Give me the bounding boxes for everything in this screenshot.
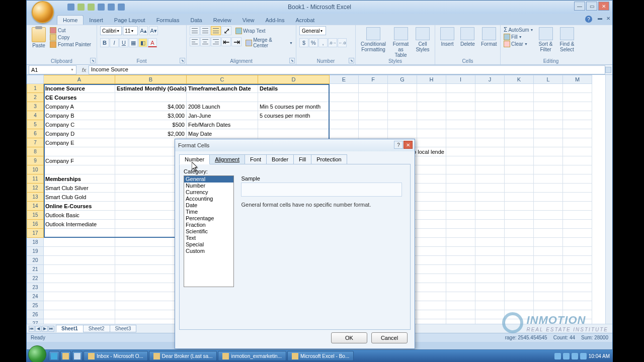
row-header[interactable]: 14 bbox=[27, 202, 44, 211]
cell[interactable] bbox=[258, 93, 330, 102]
ribbon-tab-page-layout[interactable]: Page Layout bbox=[109, 16, 151, 25]
cell[interactable] bbox=[446, 283, 475, 292]
cell[interactable]: Feb/March Dates bbox=[187, 120, 258, 129]
font-size-select[interactable]: 11▼ bbox=[123, 26, 138, 35]
cell[interactable] bbox=[563, 120, 592, 129]
cell[interactable] bbox=[505, 138, 534, 147]
find-select-button[interactable]: Find & Select bbox=[558, 26, 577, 53]
conditional-formatting-button[interactable]: Conditional Formatting bbox=[359, 26, 388, 53]
column-header[interactable]: D bbox=[258, 75, 330, 84]
cell[interactable] bbox=[534, 238, 563, 247]
cell[interactable] bbox=[505, 220, 534, 229]
cell[interactable]: Jan-June bbox=[187, 111, 258, 120]
cell[interactable] bbox=[44, 247, 115, 256]
cell[interactable]: Company F bbox=[44, 156, 115, 165]
cell[interactable] bbox=[417, 247, 446, 256]
cell[interactable] bbox=[44, 238, 115, 247]
cell[interactable] bbox=[446, 310, 475, 319]
cell[interactable] bbox=[388, 84, 417, 93]
cell[interactable]: Company D bbox=[44, 129, 115, 138]
ribbon-tab-view[interactable]: View bbox=[237, 16, 260, 25]
tray-icon[interactable] bbox=[580, 353, 587, 359]
row-header[interactable]: 4 bbox=[27, 111, 44, 120]
cell[interactable] bbox=[475, 111, 505, 120]
cell[interactable] bbox=[446, 220, 475, 229]
cell[interactable] bbox=[505, 174, 534, 184]
cell[interactable] bbox=[505, 238, 534, 247]
cell[interactable] bbox=[505, 283, 534, 292]
cell[interactable] bbox=[534, 274, 563, 283]
cell[interactable]: Outlook Intermediate bbox=[44, 220, 115, 229]
cell[interactable] bbox=[505, 301, 534, 310]
cell[interactable] bbox=[475, 211, 505, 220]
fill-button[interactable]: Fill ▼ bbox=[504, 34, 534, 40]
cell[interactable] bbox=[446, 147, 475, 156]
cell[interactable] bbox=[534, 156, 563, 165]
cell[interactable] bbox=[534, 84, 563, 93]
italic-button[interactable]: I bbox=[110, 38, 119, 47]
cell[interactable] bbox=[563, 129, 592, 138]
column-header[interactable]: A bbox=[44, 75, 115, 84]
cell[interactable]: CE Courses bbox=[44, 93, 115, 102]
cell[interactable] bbox=[534, 229, 563, 238]
row-header[interactable]: 24 bbox=[27, 292, 44, 301]
cell[interactable] bbox=[563, 292, 592, 301]
cell[interactable] bbox=[475, 238, 505, 247]
cell[interactable]: $500 bbox=[115, 120, 187, 129]
category-item[interactable]: Date bbox=[184, 202, 233, 209]
dialog-tab-protection[interactable]: Protection bbox=[311, 154, 347, 164]
cell[interactable] bbox=[475, 319, 505, 324]
cell[interactable] bbox=[446, 274, 475, 283]
cell[interactable]: May Date bbox=[187, 129, 258, 138]
ribbon-tab-insert[interactable]: Insert bbox=[84, 16, 109, 25]
cell[interactable] bbox=[475, 274, 505, 283]
row-header[interactable]: 27 bbox=[27, 319, 44, 324]
cell[interactable] bbox=[475, 138, 505, 147]
taskbar-item[interactable]: Inbox - Microsoft O... bbox=[84, 351, 148, 361]
decrease-indent-button[interactable]: ⇤ bbox=[221, 37, 231, 46]
sheet-tab[interactable]: Sheet2 bbox=[83, 325, 110, 332]
name-box[interactable]: A1▼ bbox=[29, 65, 76, 74]
cell[interactable] bbox=[44, 229, 115, 238]
maximize-button[interactable]: ▭ bbox=[586, 2, 597, 11]
cell[interactable] bbox=[505, 256, 534, 265]
minimize-ribbon-icon[interactable]: ▬ bbox=[598, 16, 602, 21]
cell[interactable] bbox=[417, 111, 446, 120]
cell[interactable] bbox=[505, 84, 534, 93]
cell[interactable] bbox=[475, 129, 505, 138]
row-header[interactable]: 23 bbox=[27, 283, 44, 292]
close-document-icon[interactable]: ✕ bbox=[606, 16, 610, 21]
quick-launch[interactable] bbox=[49, 351, 59, 361]
cell[interactable] bbox=[534, 211, 563, 220]
column-header[interactable]: J bbox=[475, 75, 505, 84]
cell[interactable] bbox=[475, 165, 505, 174]
cell[interactable] bbox=[446, 202, 475, 211]
column-header[interactable]: K bbox=[505, 75, 534, 84]
ribbon-tab-formulas[interactable]: Formulas bbox=[151, 16, 185, 25]
cell[interactable] bbox=[475, 156, 505, 165]
copy-button[interactable]: Copy bbox=[50, 34, 91, 41]
clipboard-launcher[interactable]: ⬊ bbox=[90, 58, 96, 63]
taskbar-item[interactable]: Dear Broker (Last sa... bbox=[149, 351, 217, 361]
cell[interactable] bbox=[563, 93, 592, 102]
cell[interactable] bbox=[563, 229, 592, 238]
sheet-nav-prev[interactable]: ◀ bbox=[35, 326, 41, 332]
cell[interactable] bbox=[534, 129, 563, 138]
cell[interactable] bbox=[330, 120, 359, 129]
cell[interactable] bbox=[115, 93, 187, 102]
row-header[interactable]: 8 bbox=[27, 147, 44, 156]
cell[interactable]: Outlook Basic bbox=[44, 211, 115, 220]
category-item[interactable]: Special bbox=[184, 241, 233, 248]
cell[interactable] bbox=[258, 129, 330, 138]
cell[interactable] bbox=[359, 93, 388, 102]
cell[interactable] bbox=[330, 129, 359, 138]
cell[interactable] bbox=[359, 102, 388, 111]
cell[interactable] bbox=[330, 102, 359, 111]
row-header[interactable]: 25 bbox=[27, 301, 44, 310]
dialog-tab-border[interactable]: Border bbox=[266, 154, 294, 164]
cell[interactable]: 2008 Launch bbox=[187, 102, 258, 111]
bold-button[interactable]: B bbox=[100, 38, 109, 47]
cell[interactable] bbox=[475, 256, 505, 265]
ok-button[interactable]: OK bbox=[331, 332, 367, 343]
ribbon-tab-home[interactable]: Home bbox=[57, 15, 84, 25]
